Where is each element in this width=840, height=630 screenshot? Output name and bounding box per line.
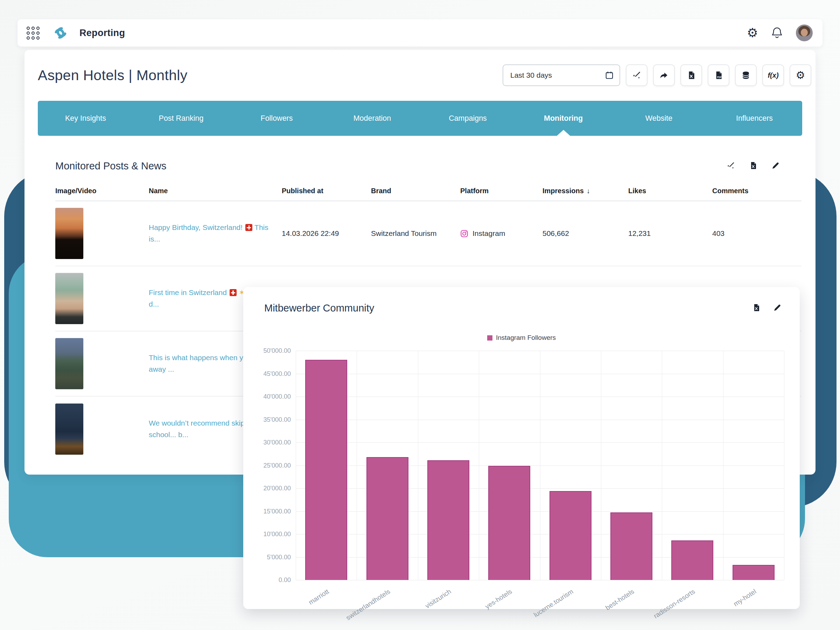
- report-settings-button[interactable]: ⚙: [789, 65, 811, 86]
- y-tick-label: 45'000.00: [263, 370, 291, 377]
- legend-swatch: [487, 335, 493, 341]
- x-tick-label: my-hotel: [732, 587, 758, 608]
- bar-visitzurich: [427, 460, 469, 580]
- post-thumbnail: [55, 338, 83, 389]
- tab-followers[interactable]: Followers: [229, 101, 324, 136]
- chart-y-axis: 50'000.0045'000.0040'000.0035'000.0030'0…: [243, 351, 291, 580]
- competitor-community-card: Mitbewerber Community Instagram Follower…: [243, 287, 800, 609]
- tab-campaigns[interactable]: Campaigns: [420, 101, 516, 136]
- x-tick-label: visitzurich: [424, 587, 453, 610]
- y-tick-label: 0.00: [279, 576, 291, 584]
- page-title: Aspen Hotels | Monthly: [38, 67, 187, 84]
- formula-button[interactable]: f(x): [762, 65, 784, 86]
- share-button[interactable]: [653, 65, 675, 86]
- bar-yes-hotels: [488, 466, 530, 580]
- col-impressions-sort[interactable]: Impressions ↓: [543, 187, 628, 195]
- y-tick-label: 30'000.00: [263, 439, 291, 446]
- x-tick-label: marriott: [307, 587, 330, 606]
- gridline: [723, 351, 723, 580]
- tab-influencers[interactable]: Influencers: [707, 101, 802, 136]
- y-tick-label: 50'000.00: [263, 347, 291, 355]
- likes: 12,231: [628, 229, 712, 238]
- legend-label: Instagram Followers: [496, 334, 556, 342]
- section-title: Monitored Posts & News: [55, 160, 167, 172]
- excel-export-icon[interactable]: [752, 303, 761, 313]
- published-at: 14.03.2026 22:49: [282, 229, 371, 238]
- bar-switzerlandhotels: [366, 457, 409, 580]
- instagram-icon: [460, 230, 468, 238]
- col-likes: Likes: [628, 187, 712, 195]
- post-thumbnail: [55, 404, 83, 455]
- col-published-at: Published at: [282, 187, 371, 195]
- edit-pencil-icon[interactable]: [773, 303, 782, 313]
- tab-monitoring[interactable]: Monitoring: [516, 101, 611, 136]
- magic-wand-icon[interactable]: [726, 161, 735, 171]
- magic-wand-button[interactable]: [626, 65, 647, 86]
- post-thumbnail: [55, 208, 83, 259]
- post-thumbnail: [55, 273, 83, 324]
- gridline: [540, 351, 540, 580]
- platform: Instagram: [460, 229, 543, 238]
- x-tick-label: switzerlandhotels: [344, 587, 391, 622]
- gridline: [662, 351, 662, 580]
- chart-plot: [296, 351, 784, 580]
- col-comments: Comments: [712, 187, 802, 195]
- calendar-icon: [605, 71, 614, 80]
- x-tick-label: lucerne.tourism: [532, 587, 575, 619]
- gridline: [418, 351, 418, 580]
- comments: 403: [712, 229, 802, 238]
- bar-best-hotels: [610, 512, 652, 580]
- chart-title: Mitbewerber Community: [264, 302, 374, 314]
- report-tabbar: Key Insights Post Ranking Followers Mode…: [38, 101, 802, 136]
- y-tick-label: 35'000.00: [263, 416, 291, 423]
- y-tick-label: 40'000.00: [263, 393, 291, 400]
- chart-x-axis: marriottswitzerlandhotelsvisitzurichyes-…: [296, 583, 784, 607]
- swiss-flag-icon: [230, 289, 237, 296]
- col-image-video: Image/Video: [55, 187, 149, 195]
- user-avatar[interactable]: [796, 25, 813, 41]
- top-bar: Reporting ⚙: [17, 19, 823, 47]
- svg-text:PDF: PDF: [717, 76, 722, 78]
- sort-desc-icon: ↓: [587, 187, 590, 195]
- edit-pencil-icon[interactable]: [771, 161, 780, 171]
- post-name-link[interactable]: Happy Birthday, Switzerland!This is...: [149, 222, 275, 245]
- x-tick-label: radisson-resorts: [652, 587, 696, 620]
- settings-gear-icon[interactable]: ⚙: [747, 27, 758, 39]
- col-name: Name: [149, 187, 282, 195]
- gridline: [296, 351, 296, 580]
- chart-legend: Instagram Followers: [243, 334, 800, 342]
- x-tick-label: best-hotels: [604, 587, 636, 612]
- bar-my-hotel: [733, 565, 775, 580]
- y-tick-label: 20'000.00: [263, 485, 291, 492]
- swiss-flag-icon: [245, 224, 253, 231]
- brand: Switzerland Tourism: [371, 229, 460, 238]
- app-title: Reporting: [79, 28, 125, 38]
- y-tick-label: 5'000.00: [267, 553, 291, 561]
- col-platform: Platform: [460, 187, 543, 195]
- brand-logo-icon: [51, 24, 69, 42]
- tab-website[interactable]: Website: [611, 101, 707, 136]
- tab-moderation[interactable]: Moderation: [324, 101, 420, 136]
- date-range-value: Last 30 days: [510, 71, 552, 79]
- notifications-bell-icon[interactable]: [771, 27, 783, 39]
- database-button[interactable]: [735, 65, 757, 86]
- pdf-export-button[interactable]: PDF: [708, 65, 729, 86]
- excel-export-button[interactable]: [681, 65, 702, 86]
- excel-export-icon[interactable]: [749, 161, 757, 171]
- x-tick-label: yes-hotels: [484, 587, 514, 611]
- gridline: [296, 580, 784, 580]
- date-range-select[interactable]: Last 30 days: [503, 65, 620, 86]
- col-brand: Brand: [371, 187, 460, 195]
- active-tab-notch: [557, 130, 570, 136]
- tab-key-insights[interactable]: Key Insights: [38, 101, 133, 136]
- impressions: 506,662: [543, 229, 628, 238]
- app-launcher-icon[interactable]: [27, 27, 39, 39]
- table-row: Happy Birthday, Switzerland!This is... 1…: [55, 201, 802, 266]
- gridline: [357, 351, 357, 580]
- tab-post-ranking[interactable]: Post Ranking: [133, 101, 229, 136]
- y-tick-label: 25'000.00: [263, 462, 291, 469]
- bar-lucerne.tourism: [549, 491, 592, 580]
- gridline: [479, 351, 479, 580]
- bar-marriott: [305, 360, 347, 580]
- bar-radisson-resorts: [671, 540, 713, 580]
